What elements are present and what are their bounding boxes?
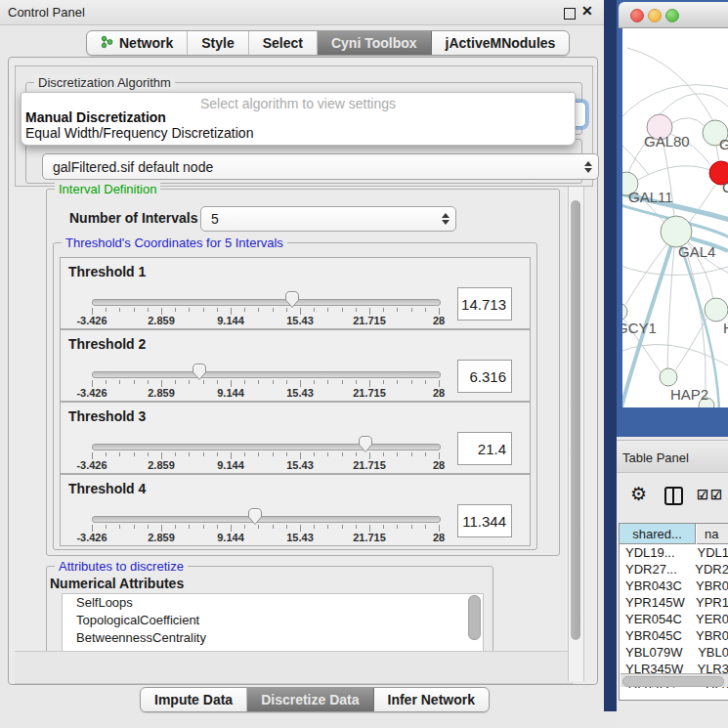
- network-node-hap2[interactable]: [660, 368, 677, 386]
- cell-name[interactable]: YDL1: [690, 545, 728, 562]
- table-row[interactable]: YBL079WYBL0: [620, 645, 728, 662]
- slider-tick: [258, 380, 259, 384]
- slider-tick: [161, 525, 162, 532]
- tab-jactivemnodules[interactable]: jActiveMNodules: [432, 31, 570, 55]
- table-row[interactable]: YER054CYER0: [620, 612, 728, 628]
- slider-thumb[interactable]: [247, 507, 263, 526]
- table-row[interactable]: YDR27...YDR2: [620, 562, 728, 578]
- slider-tick: [106, 380, 107, 384]
- tab-label: Infer Network: [388, 692, 475, 707]
- scrollbar-thumb[interactable]: [622, 676, 724, 687]
- threshold-label: Threshold 3: [68, 408, 146, 424]
- slider-tick-label: 28: [433, 532, 445, 543]
- slider-tick: [314, 525, 315, 529]
- cell-shared-name[interactable]: YPR145W: [620, 595, 689, 612]
- table-row[interactable]: YBR043CYBR0: [620, 578, 728, 595]
- slider-tick: [119, 380, 120, 384]
- tab-select[interactable]: Select: [249, 31, 318, 55]
- checkbox-icon[interactable]: ☑: [710, 488, 722, 502]
- cell-name[interactable]: YBR0: [689, 628, 728, 645]
- group-title: Discretization Algorithm: [34, 75, 175, 90]
- cell-name[interactable]: YBR0: [689, 578, 728, 595]
- table-row[interactable]: YPR145WYPR1: [620, 595, 728, 612]
- attribute-list-item[interactable]: SelfLoops: [63, 594, 483, 612]
- slider-tick: [161, 380, 162, 387]
- slider-tick: [119, 525, 120, 529]
- network-canvas[interactable]: GAL80GCGAL11GAL4GCY1HHAP2: [622, 28, 728, 407]
- table-row[interactable]: YDL19...YDL1: [620, 545, 728, 562]
- slider-thumb[interactable]: [358, 435, 373, 453]
- dropdown-option[interactable]: Manual Discretization: [25, 109, 166, 125]
- panel-vertical-scrollbar[interactable]: [568, 187, 584, 681]
- column-selector-icon[interactable]: [664, 487, 683, 505]
- scrollbar-thumb[interactable]: [571, 200, 580, 640]
- close-icon[interactable]: ✕: [581, 3, 593, 19]
- tab-impute-data[interactable]: Impute Data: [141, 688, 247, 711]
- mac-zoom-icon[interactable]: [665, 9, 679, 22]
- slider-tick: [189, 452, 190, 456]
- table-data-combobox[interactable]: galFiltered.sif default node: [42, 153, 599, 180]
- slider-tick: [106, 308, 107, 312]
- table-row[interactable]: YBR045CYBR0: [620, 628, 728, 645]
- threshold-value-field[interactable]: 14.713: [457, 287, 512, 321]
- node-label: H: [723, 320, 728, 336]
- attribute-list-item[interactable]: BetweennessCentrality: [63, 629, 483, 647]
- slider-tick: [175, 308, 176, 312]
- slider-tick-label: 9.144: [217, 459, 244, 471]
- slider-tick-label: 9.144: [217, 532, 244, 543]
- threshold-value-field[interactable]: 11.344: [457, 504, 512, 537]
- float-window-icon[interactable]: [564, 8, 576, 20]
- threshold-value-field[interactable]: 6.316: [457, 360, 512, 393]
- tab-discretize-data[interactable]: Discretize Data: [247, 688, 373, 711]
- slider-track[interactable]: [92, 516, 441, 523]
- cell-shared-name[interactable]: YER054C: [620, 612, 689, 628]
- cell-name[interactable]: YER0: [689, 612, 728, 628]
- slider-thumb[interactable]: [192, 363, 207, 381]
- table-horizontal-scrollbar[interactable]: [621, 673, 728, 687]
- slider-track[interactable]: [92, 299, 441, 306]
- app-root: Control Panel ✕ NetworkStyleSelectCyni T…: [0, 0, 728, 728]
- slider-tick: [327, 525, 328, 529]
- column-header-shared-name[interactable]: shared...: [620, 524, 696, 544]
- slider-tick: [244, 525, 245, 529]
- tab-label: Network: [119, 35, 173, 51]
- attributes-list-scrollbar[interactable]: [468, 595, 481, 640]
- stepper-arrows-icon[interactable]: [581, 161, 594, 173]
- mac-minimize-icon[interactable]: [648, 9, 662, 22]
- cell-name[interactable]: YPR1: [689, 595, 728, 612]
- numerical-attributes-list[interactable]: SelfLoopsTopologicalCoefficientBetweenne…: [62, 593, 484, 653]
- cell-shared-name[interactable]: YDL19...: [620, 545, 690, 562]
- mac-close-icon[interactable]: [630, 9, 644, 22]
- numerical-attributes-label: Numerical Attributes: [50, 576, 184, 591]
- slider-tick-label: -3.426: [76, 387, 107, 399]
- slider-tick: [397, 308, 398, 312]
- column-header-name[interactable]: na: [697, 524, 728, 544]
- dropdown-option[interactable]: Equal Width/Frequency Discretization: [25, 125, 253, 141]
- slider-tick: [134, 308, 135, 312]
- tab-cyni-toolbox[interactable]: Cyni Toolbox: [318, 31, 432, 55]
- tab-style[interactable]: Style: [188, 31, 248, 55]
- slider-track[interactable]: [92, 444, 441, 450]
- cell-shared-name[interactable]: YDR27...: [620, 562, 688, 578]
- slider-tick: [397, 525, 398, 529]
- slider-thumb[interactable]: [284, 290, 300, 309]
- cell-shared-name[interactable]: YBR043C: [620, 578, 689, 595]
- tab-infer-network[interactable]: Infer Network: [374, 688, 489, 711]
- cell-name[interactable]: YBL0: [691, 645, 728, 662]
- slider-track[interactable]: [92, 371, 441, 378]
- tab-network[interactable]: Network: [87, 31, 188, 55]
- number-of-intervals-combobox[interactable]: 5: [200, 206, 456, 232]
- attribute-list-item[interactable]: TopologicalCoefficient: [63, 612, 483, 629]
- checkbox-icon[interactable]: ☑: [697, 488, 708, 502]
- window-title: Control Panel: [8, 5, 85, 20]
- cell-name[interactable]: YDR2: [688, 562, 728, 578]
- network-node-h[interactable]: [705, 298, 728, 321]
- network-node-gcy1[interactable]: [622, 303, 627, 321]
- network-window-titlebar[interactable]: [619, 2, 728, 28]
- cell-shared-name[interactable]: YBL079W: [620, 645, 691, 662]
- cell-shared-name[interactable]: YBR045C: [620, 628, 689, 645]
- slider-tick-label: 21.715: [353, 459, 386, 471]
- gear-icon[interactable]: ⚙: [630, 485, 647, 503]
- threshold-value-field[interactable]: 21.4: [457, 432, 512, 465]
- stepper-arrows-icon[interactable]: [439, 213, 451, 225]
